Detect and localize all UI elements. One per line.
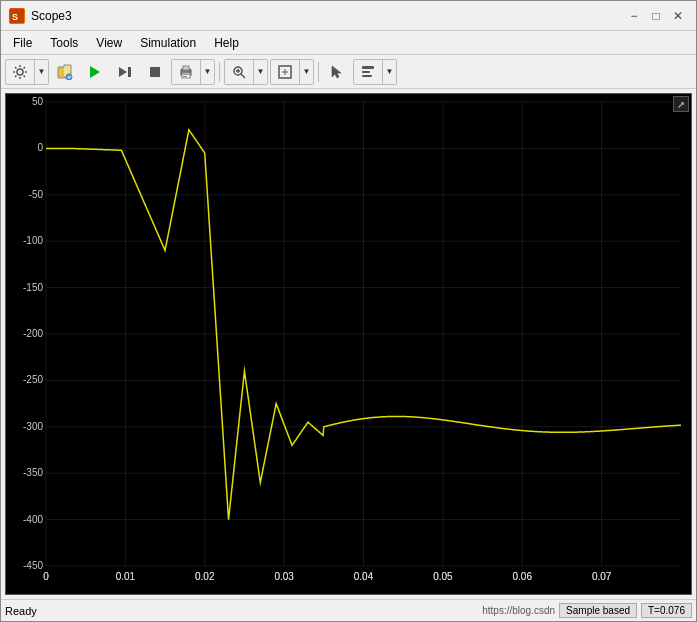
stop-button[interactable] bbox=[141, 59, 169, 85]
window-title: Scope3 bbox=[31, 9, 72, 23]
svg-rect-8 bbox=[150, 67, 160, 77]
print-button[interactable] bbox=[172, 59, 200, 85]
cursor-button[interactable] bbox=[323, 59, 351, 85]
status-right: https://blog.csdn Sample based T=0.076 bbox=[482, 603, 692, 618]
more-dropdown[interactable]: ▼ bbox=[382, 59, 396, 85]
svg-rect-13 bbox=[183, 76, 187, 77]
plot-container[interactable]: ➚ bbox=[5, 93, 692, 595]
svg-point-4 bbox=[66, 74, 72, 80]
fit-button[interactable] bbox=[271, 59, 299, 85]
menu-tools[interactable]: Tools bbox=[42, 34, 86, 52]
svg-rect-7 bbox=[128, 67, 131, 77]
zoom-dropdown[interactable]: ▼ bbox=[253, 59, 267, 85]
svg-line-15 bbox=[241, 74, 245, 78]
svg-rect-11 bbox=[182, 73, 190, 78]
svg-point-2 bbox=[17, 69, 23, 75]
svg-rect-20 bbox=[362, 66, 374, 69]
print-dropdown[interactable]: ▼ bbox=[200, 59, 214, 85]
zoom-group: ▼ bbox=[224, 59, 268, 85]
title-bar: S Scope3 − □ ✕ bbox=[1, 1, 696, 31]
more-button[interactable] bbox=[354, 59, 382, 85]
close-button[interactable]: ✕ bbox=[668, 6, 688, 26]
status-ready: Ready bbox=[5, 605, 37, 617]
settings-group: ▼ bbox=[5, 59, 49, 85]
corner-button[interactable]: ➚ bbox=[673, 96, 689, 112]
title-controls: − □ ✕ bbox=[624, 6, 688, 26]
menu-help[interactable]: Help bbox=[206, 34, 247, 52]
fit-group: ▼ bbox=[270, 59, 314, 85]
settings-dropdown[interactable]: ▼ bbox=[34, 59, 48, 85]
menu-file[interactable]: File bbox=[5, 34, 40, 52]
open-file-button[interactable] bbox=[51, 59, 79, 85]
minimize-button[interactable]: − bbox=[624, 6, 644, 26]
separator-1 bbox=[219, 62, 220, 82]
status-bar: Ready https://blog.csdn Sample based T=0… bbox=[1, 599, 696, 621]
status-link: https://blog.csdn bbox=[482, 605, 555, 616]
svg-text:S: S bbox=[12, 12, 18, 22]
sample-based-badge: Sample based bbox=[559, 603, 637, 618]
scope-canvas bbox=[6, 94, 691, 594]
svg-rect-12 bbox=[183, 74, 189, 75]
menu-bar: File Tools View Simulation Help bbox=[1, 31, 696, 55]
svg-rect-22 bbox=[362, 75, 372, 77]
run-button[interactable] bbox=[81, 59, 109, 85]
app-icon: S bbox=[9, 8, 25, 24]
zoom-button[interactable] bbox=[225, 59, 253, 85]
svg-rect-21 bbox=[362, 71, 370, 73]
main-window: S Scope3 − □ ✕ File Tools View Simulatio… bbox=[0, 0, 697, 622]
more-group: ▼ bbox=[353, 59, 397, 85]
toolbar: ▼ bbox=[1, 55, 696, 89]
print-group: ▼ bbox=[171, 59, 215, 85]
svg-marker-5 bbox=[90, 66, 100, 78]
maximize-button[interactable]: □ bbox=[646, 6, 666, 26]
menu-view[interactable]: View bbox=[88, 34, 130, 52]
time-badge: T=0.076 bbox=[641, 603, 692, 618]
separator-2 bbox=[318, 62, 319, 82]
title-bar-left: S Scope3 bbox=[9, 8, 72, 24]
settings-button[interactable] bbox=[6, 59, 34, 85]
step-forward-button[interactable] bbox=[111, 59, 139, 85]
svg-marker-19 bbox=[332, 66, 341, 78]
menu-simulation[interactable]: Simulation bbox=[132, 34, 204, 52]
svg-marker-6 bbox=[119, 67, 127, 77]
svg-rect-10 bbox=[183, 66, 189, 70]
plot-area: ➚ bbox=[1, 89, 696, 599]
fit-dropdown[interactable]: ▼ bbox=[299, 59, 313, 85]
